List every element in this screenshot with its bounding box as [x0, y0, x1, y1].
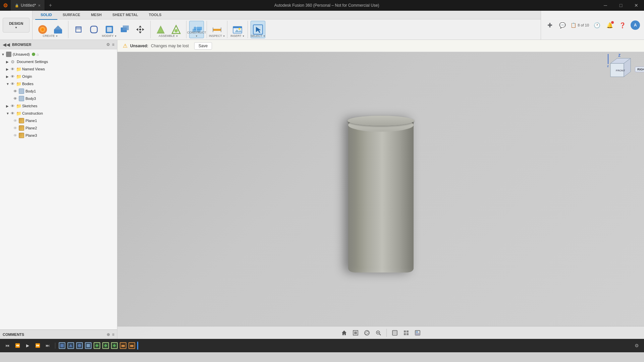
cylinder-top [347, 116, 414, 126]
timeline-op-1[interactable] [59, 342, 65, 349]
select-section: SELECT ▼ [248, 21, 268, 38]
press-pull-icon [73, 24, 84, 35]
timeline-op-9[interactable] [128, 342, 135, 349]
timeline-settings-button[interactable]: ⚙ [633, 342, 641, 350]
assemble-label: ASSEMBLE [159, 34, 175, 38]
named-views-eye-icon: 👁 [11, 67, 16, 71]
comments-more-icon[interactable]: ≡ [112, 332, 114, 337]
tree-item-body1[interactable]: 👁 Body1 [0, 87, 117, 95]
app-title: Autodesk Fusion 360 (Personal – Not for … [56, 3, 598, 8]
root-icon [6, 52, 11, 57]
chat-button[interactable]: 💬 [558, 20, 567, 30]
tab-surface[interactable]: SURFACE [57, 10, 86, 20]
browser-settings-icon[interactable]: ⚙ [106, 42, 110, 47]
svg-marker-13 [139, 32, 142, 34]
forward-button[interactable]: ⏩ [34, 342, 42, 350]
browser-title: BROWSER [12, 43, 104, 47]
tree-item-bodies[interactable]: ▼ 👁 📁 Bodies [0, 80, 117, 87]
tree-item-plane1[interactable]: 👁 Plane1 [0, 117, 117, 124]
timeline-separator [55, 343, 55, 349]
browser-collapse-button[interactable]: ◀◀ [3, 42, 10, 47]
svg-rect-11 [123, 25, 129, 30]
svg-marker-62 [113, 344, 116, 347]
comments-add-icon[interactable]: ⊕ [107, 332, 110, 337]
account-button[interactable]: A [631, 20, 640, 30]
minimize-button[interactable]: ─ [598, 0, 613, 11]
plane3-icon [19, 133, 24, 138]
expand-icon: ▼ [6, 82, 11, 86]
origin-folder-icon: 📁 [16, 74, 22, 79]
timeline-op-3[interactable] [76, 342, 83, 349]
construct-section: CONSTRUCT ▼ [186, 21, 207, 38]
svg-marker-61 [104, 344, 107, 347]
timeline-op-2[interactable] [67, 342, 74, 349]
tree-item-construction[interactable]: ▼ 👁 📁 Construction [0, 110, 117, 117]
back-button[interactable]: ⏪ [13, 342, 21, 350]
timeline-op-6[interactable] [102, 342, 109, 349]
browser-more-icon[interactable]: ≡ [112, 42, 114, 47]
measure-icon [212, 24, 222, 35]
close-tab-button[interactable]: ✕ [38, 4, 41, 7]
timeline-op-5[interactable] [94, 342, 100, 349]
axis-indicator: Z [607, 54, 609, 68]
clock-button[interactable]: 🕐 [592, 20, 602, 30]
save-button[interactable]: Save [194, 42, 212, 50]
named-views-folder-icon: 📁 [16, 67, 22, 72]
help-button[interactable]: ❓ [618, 20, 627, 30]
tree-item-body3[interactable]: 👁 Body3 [0, 95, 117, 102]
modify-label: MODIFY [102, 34, 114, 38]
tree-item-origin[interactable]: ▶ 👁 📁 Origin [0, 73, 117, 80]
extrude-icon [53, 24, 63, 35]
z-axis-label: Z [618, 53, 621, 57]
tab-tools[interactable]: TOOLS [144, 10, 167, 20]
nav-notification-button[interactable]: ➕ [545, 20, 554, 30]
named-views-label: Named Views [22, 67, 45, 71]
tree-item-sketches[interactable]: ▶ 👁 📁 Sketches [0, 102, 117, 110]
environment-button[interactable] [413, 328, 422, 338]
orbit-button[interactable] [362, 328, 372, 338]
insert-label: INSERT [230, 34, 241, 38]
tree-item-plane3[interactable]: 👁 Plane3 [0, 132, 117, 139]
sketches-folder-icon: 📁 [16, 104, 22, 109]
timeline-op-8[interactable] [120, 342, 126, 349]
svg-rect-51 [404, 333, 406, 335]
separator [386, 329, 387, 337]
document-tab[interactable]: 🔒 Untitled* ✕ [11, 0, 45, 11]
tree-item-plane2[interactable]: 👁 Plane2 [0, 124, 117, 132]
window-controls: ─ □ ✕ [598, 0, 644, 11]
svg-line-43 [379, 334, 381, 335]
close-button[interactable]: ✕ [629, 0, 644, 11]
zoom-button[interactable] [374, 328, 383, 338]
play-button[interactable]: ▶ [23, 342, 32, 350]
maximize-button[interactable]: □ [613, 0, 629, 11]
skip-forward-button[interactable]: ⏭ [44, 342, 52, 350]
notifications-button[interactable]: 🔔 [605, 20, 614, 30]
timeline-op-7[interactable] [111, 342, 118, 349]
tab-sheet-metal[interactable]: SHEET METAL [107, 10, 144, 20]
tree-item-named-views[interactable]: ▶ 👁 📁 Named Views [0, 65, 117, 73]
viewport[interactable]: ⚠ Unsaved: Changes may be lost Save Z FR… [117, 40, 644, 339]
svg-rect-22 [194, 27, 202, 30]
timeline-op-4[interactable] [85, 342, 92, 349]
assemble-section: ASSEMBLE ▼ [151, 21, 186, 38]
fit-view-button[interactable] [351, 328, 360, 338]
view-cube-svg: FRONT [607, 57, 634, 83]
body1-icon [19, 88, 24, 94]
tree-item-doc-settings[interactable]: ▶ ⚙ Document Settings [0, 58, 117, 65]
svg-rect-39 [354, 331, 357, 334]
grid-button[interactable] [401, 328, 411, 338]
display-mode-button[interactable] [390, 328, 399, 338]
browser-header-icons: ⚙ ≡ [106, 42, 114, 47]
tree-item-root[interactable]: ▼ (Unsaved) ⌂ [0, 51, 117, 58]
home-view-button[interactable] [339, 328, 349, 338]
new-tab-button[interactable]: + [45, 0, 56, 11]
tab-solid[interactable]: SOLID [35, 10, 57, 20]
body3-eye-icon: 👁 [13, 97, 19, 101]
tab-mesh[interactable]: MESH [86, 10, 107, 20]
body1-eye-icon: 👁 [13, 89, 19, 93]
view-cube[interactable]: Z FRONT RIGHT [607, 57, 637, 87]
right-label[interactable]: RIGHT [635, 67, 644, 72]
skip-back-button[interactable]: ⏮ [3, 342, 11, 350]
design-dropdown[interactable]: DESIGN ▼ [3, 18, 30, 33]
doc-settings-label: Document Settings [17, 60, 48, 64]
